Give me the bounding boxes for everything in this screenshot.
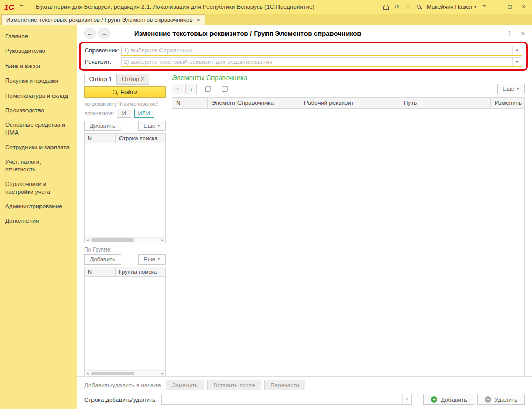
- search-table-hscrollbar: ◂ ▸: [85, 237, 165, 243]
- group-more-button[interactable]: Еще ▾: [138, 254, 166, 265]
- minimize-button[interactable]: –: [491, 3, 500, 10]
- back-button[interactable]: ←: [84, 28, 96, 39]
- hamburger-menu-icon[interactable]: ≡: [19, 3, 23, 11]
- logical-and-button[interactable]: И: [117, 109, 131, 118]
- tab-active[interactable]: Изменение текстовых реквизитов / Групп Э…: [1, 14, 205, 25]
- annotation-highlight: Справочник: 1) выберите Справочник ▾ Рек…: [79, 42, 528, 71]
- row-input[interactable]: [162, 394, 402, 404]
- service-menu-icon[interactable]: ≡: [482, 3, 486, 10]
- history-icon[interactable]: ↺: [394, 3, 400, 10]
- elements-col-change: Изменить: [491, 98, 524, 108]
- elements-title: Элементы Справочника: [172, 74, 525, 82]
- scrollbar-thumb[interactable]: [91, 372, 134, 375]
- elements-table-header: N Элемент Справочника Рабочий реквизит П…: [172, 98, 524, 109]
- search-col-value: Строка поиска: [116, 134, 165, 143]
- user-name: Макейчик Павел: [427, 4, 472, 10]
- tab-bar: Изменение текстовых реквизитов / Групп Э…: [0, 14, 532, 25]
- sidebar-item-osnovnye-sredstva[interactable]: Основные средства и НМА: [0, 117, 77, 140]
- sidebar-item-nomenklatura-i-sklad[interactable]: Номенклатура и склад: [0, 88, 77, 103]
- move-down-button[interactable]: ↓: [185, 84, 197, 94]
- user-menu[interactable]: Макейчик Павел ▾: [427, 4, 476, 10]
- find-button[interactable]: Найти: [84, 86, 166, 98]
- delete-row-button[interactable]: − Удалить: [477, 394, 525, 405]
- clear-input-icon[interactable]: ×: [402, 394, 411, 404]
- group-more-caret-icon: ▾: [158, 257, 160, 261]
- elements-toolbar: ↑ ↓ Еще ▾: [172, 84, 525, 94]
- logical-or-button[interactable]: ИЛИ: [134, 109, 154, 118]
- sidebar-item-uchet-nalogi[interactable]: Учет, налоги, отчетность: [0, 154, 77, 177]
- search-more-caret-icon: ▾: [158, 124, 160, 128]
- elements-more-caret-icon: ▾: [517, 87, 519, 91]
- group-toolbar: Добавить Еще ▾: [84, 254, 166, 265]
- mode-label: Добавить/удалить в начале: [84, 382, 161, 388]
- scroll-left-icon[interactable]: ◂: [85, 371, 90, 376]
- copy-button[interactable]: [202, 84, 214, 94]
- search-strings-table: N Строка поиска ◂ ▸: [84, 133, 166, 243]
- plus-circle-icon: +: [431, 396, 437, 403]
- copy-icon: [222, 86, 228, 92]
- scroll-left-icon[interactable]: ◂: [85, 238, 90, 242]
- elements-more-label: Еще: [503, 86, 514, 92]
- attribute-combobox[interactable]: 2) выберите текстовый реквизит для редак…: [121, 57, 522, 67]
- attribute-placeholder: 2) выберите текстовый реквизит для редак…: [122, 58, 512, 66]
- sidebar-item-rukovoditelyu[interactable]: Руководителю: [0, 44, 77, 58]
- group-add-button[interactable]: Добавить: [84, 254, 121, 265]
- more-actions-kebab-icon[interactable]: ⋮: [506, 30, 512, 37]
- group-more-label: Еще: [144, 256, 155, 262]
- group-table: N Группа поиска ◂ ▸: [84, 267, 166, 377]
- page-title: Изменение текстовых реквизитов / Групп Э…: [134, 30, 361, 37]
- app-body: Главное Руководителю Банк и касса Покупк…: [0, 25, 532, 409]
- elements-table-body[interactable]: [172, 109, 524, 376]
- sidebar-item-spravochniki-nastroyki[interactable]: Справочники и настройки учета: [0, 177, 77, 199]
- titlebar-actions: ↺ ☆ Макейчик Павел ▾ ≡ – □ ×: [383, 3, 528, 10]
- scroll-right-icon[interactable]: ▸: [159, 371, 165, 376]
- scrollbar-thumb[interactable]: [91, 238, 134, 242]
- user-caret-icon: ▾: [474, 5, 476, 9]
- catalog-placeholder: 1) выберите Справочник: [122, 46, 512, 55]
- sidebar-item-pokupki-i-prodazhi[interactable]: Покупки и продажи: [0, 73, 77, 88]
- search-icon[interactable]: [417, 5, 421, 9]
- close-form-icon[interactable]: ×: [521, 30, 525, 37]
- minus-circle-icon: −: [485, 396, 491, 403]
- catalog-combobox[interactable]: 1) выберите Справочник ▾: [121, 46, 522, 56]
- tab-close-icon[interactable]: ×: [197, 17, 200, 23]
- logical-label: логическое:: [84, 110, 114, 116]
- close-window-button[interactable]: ×: [520, 3, 528, 10]
- tab-otbor-2[interactable]: Отбор 2: [117, 74, 149, 85]
- search-strings-table-body[interactable]: [85, 143, 165, 237]
- group-col-n: N: [85, 267, 116, 276]
- scrollbar-track[interactable]: [90, 372, 159, 375]
- elements-col-working-attr: Рабочий реквизит: [300, 98, 400, 108]
- notifications-bell-icon[interactable]: [383, 5, 389, 9]
- sidebar-item-sotrudniki-i-zarplata[interactable]: Сотрудники и зарплата: [0, 140, 77, 154]
- sidebar-item-proizvodstvo[interactable]: Производство: [0, 103, 77, 117]
- search-strings-toolbar: Добавить Еще ▾: [84, 121, 166, 131]
- insert-after-button[interactable]: Вставить после: [207, 380, 261, 390]
- replace-button[interactable]: Заменить: [166, 380, 204, 390]
- maximize-button[interactable]: □: [506, 3, 514, 10]
- copy-all-button[interactable]: [219, 84, 230, 94]
- delete-row-label: Удалить: [495, 397, 517, 403]
- attribute-dropdown-icon[interactable]: ▾: [512, 58, 522, 66]
- group-table-body[interactable]: [85, 277, 165, 371]
- elements-more-button[interactable]: Еще ▾: [497, 84, 525, 94]
- sidebar-item-administrirovanie[interactable]: Администрирование: [0, 199, 77, 214]
- tab-otbor-1[interactable]: Отбор 1: [84, 74, 117, 85]
- elements-col-path: Путь: [400, 98, 491, 108]
- add-row-button[interactable]: + Добавить: [423, 394, 474, 405]
- search-add-button[interactable]: Добавить: [84, 121, 121, 131]
- sidebar-item-dopolneniya[interactable]: Дополнения: [0, 214, 77, 228]
- filter-panel: Отбор 1 Отбор 2 Найти по реквизиту 'Наим…: [84, 74, 166, 376]
- search-more-button[interactable]: Еще ▾: [138, 121, 166, 131]
- scroll-right-icon[interactable]: ▸: [159, 238, 165, 242]
- sidebar-item-glavnoe[interactable]: Главное: [0, 29, 77, 44]
- attribute-field-label: Реквизит:: [85, 59, 121, 65]
- main-area: ← → Изменение текстовых реквизитов / Гру…: [77, 25, 532, 409]
- move-up-button[interactable]: ↑: [172, 84, 183, 94]
- catalog-dropdown-icon[interactable]: ▾: [512, 46, 522, 55]
- forward-button[interactable]: →: [98, 28, 110, 39]
- move-button[interactable]: Перенести: [264, 380, 305, 390]
- scrollbar-track[interactable]: [90, 238, 159, 242]
- favorites-star-icon[interactable]: ☆: [405, 3, 411, 10]
- sidebar-item-bank-i-kassa[interactable]: Банк и касса: [0, 59, 77, 73]
